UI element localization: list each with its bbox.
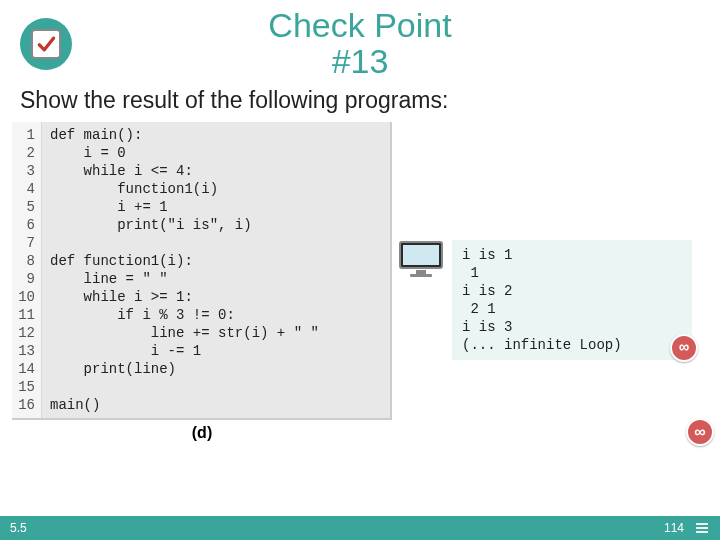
svg-rect-2 <box>416 270 426 274</box>
svg-rect-3 <box>410 274 432 277</box>
page-number: 114 <box>664 521 684 535</box>
line-number: 10 <box>16 288 35 306</box>
line-number: 2 <box>16 144 35 162</box>
svg-rect-5 <box>696 527 708 529</box>
infinite-loop-icon: ∞ <box>686 418 714 446</box>
line-number: 3 <box>16 162 35 180</box>
infinite-loop-icon: ∞ <box>670 334 698 362</box>
line-number: 4 <box>16 180 35 198</box>
svg-rect-6 <box>696 531 708 533</box>
line-number: 15 <box>16 378 35 396</box>
line-number: 16 <box>16 396 35 414</box>
line-number: 9 <box>16 270 35 288</box>
title-line2: #13 <box>20 44 700 80</box>
section-number: 5.5 <box>10 521 27 535</box>
line-number: 11 <box>16 306 35 324</box>
line-number: 6 <box>16 216 35 234</box>
line-number: 5 <box>16 198 35 216</box>
monitor-icon <box>398 240 444 280</box>
title-line1: Check Point <box>20 8 700 44</box>
svg-rect-4 <box>696 523 708 525</box>
question-prompt: Show the result of the following program… <box>0 79 720 122</box>
menu-icon[interactable] <box>694 520 710 536</box>
code-body: def main(): i = 0 while i <= 4: function… <box>42 122 390 418</box>
line-number-gutter: 1 2 3 4 5 6 7 8 9 10 11 12 13 14 15 16 <box>12 122 42 418</box>
line-number: 13 <box>16 342 35 360</box>
line-number: 14 <box>16 360 35 378</box>
line-number: 7 <box>16 234 35 252</box>
line-number: 8 <box>16 252 35 270</box>
figure-label: (d) <box>12 420 392 442</box>
footer-bar: 5.5 114 <box>0 516 720 540</box>
program-output: i is 1 1 i is 2 2 1 i is 3 (... infinite… <box>452 240 692 360</box>
line-number: 1 <box>16 126 35 144</box>
page-title: Check Point #13 <box>20 8 700 79</box>
svg-rect-1 <box>403 245 439 265</box>
line-number: 12 <box>16 324 35 342</box>
